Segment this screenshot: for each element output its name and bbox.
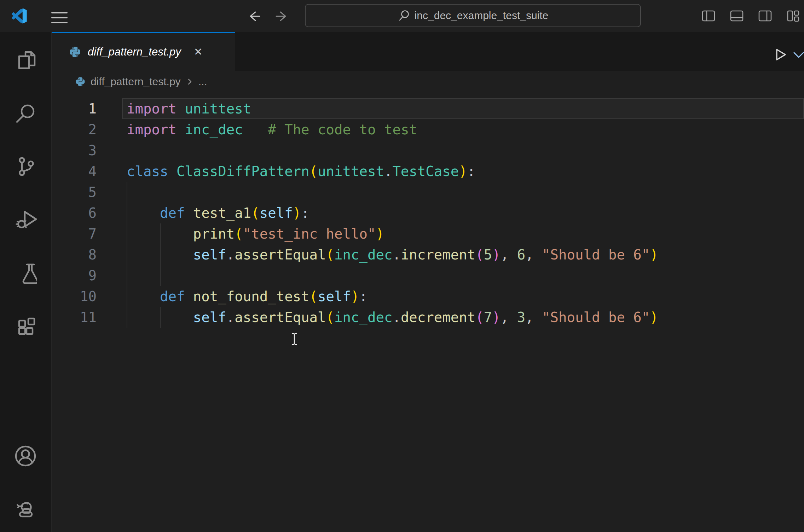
- line-number[interactable]: 6: [52, 203, 97, 223]
- vscode-window: inc_dec_example_test_suite: [0, 0, 804, 532]
- code-line[interactable]: 3: [52, 140, 804, 161]
- toggle-panel-button[interactable]: [730, 9, 744, 23]
- code-line[interactable]: 7 print("test_inc hello"): [52, 223, 804, 244]
- line-number[interactable]: 3: [52, 140, 97, 161]
- code-text: self.assertEqual(inc_dec.decrement(7), 3…: [97, 307, 658, 328]
- code-line[interactable]: 5: [52, 182, 804, 203]
- code-text: import unittest: [97, 98, 251, 119]
- arrow-left-icon: [247, 9, 261, 23]
- code-line[interactable]: 11 self.assertEqual(inc_dec.decrement(7)…: [52, 307, 804, 328]
- breadcrumb-file[interactable]: diff_pattern_test.py: [91, 76, 181, 88]
- code-text: def test_a1(self):: [97, 203, 310, 223]
- code-line[interactable]: 6 def test_a1(self):: [52, 203, 804, 223]
- python-file-icon: [75, 76, 86, 87]
- run-button[interactable]: [772, 46, 788, 63]
- title-bar: inc_dec_example_test_suite: [0, 0, 804, 32]
- line-number[interactable]: 7: [52, 223, 97, 244]
- tab-strip: diff_pattern_test.py ✕: [52, 32, 804, 71]
- text-cursor-pointer: [291, 332, 298, 346]
- code-text: print("test_inc hello"): [97, 223, 384, 244]
- toggle-secondary-sidebar-button[interactable]: [758, 9, 772, 23]
- search-icon: [398, 9, 410, 22]
- line-number[interactable]: 1: [52, 98, 97, 119]
- code-text: [97, 140, 127, 161]
- code-line[interactable]: 9: [52, 265, 804, 286]
- debug-icon: [14, 208, 37, 231]
- line-number[interactable]: 10: [52, 286, 97, 307]
- editor-group: diff_pattern_test.py ✕ diff_pattern_test…: [52, 32, 804, 532]
- code-text: def not_found_test(self):: [97, 286, 368, 307]
- sidebar-item-run-debug[interactable]: [14, 208, 37, 231]
- tab-diff-pattern-test[interactable]: diff_pattern_test.py ✕: [52, 32, 235, 71]
- code-text: import inc_dec # The code to test: [97, 119, 417, 140]
- line-number[interactable]: 5: [52, 182, 97, 203]
- sidebar-item-source-control[interactable]: [14, 155, 37, 178]
- arrow-right-icon: [275, 9, 289, 23]
- toggle-primary-sidebar-button[interactable]: [701, 9, 716, 23]
- code-editor[interactable]: 1import unittest2import inc_dec # The co…: [52, 96, 804, 532]
- python-file-icon: [69, 46, 81, 58]
- editor-actions: [772, 44, 804, 65]
- sidebar-item-explorer[interactable]: [14, 49, 37, 72]
- tab-label: diff_pattern_test.py: [88, 46, 181, 58]
- code-line[interactable]: 1import unittest: [52, 98, 804, 119]
- navigate-back-button[interactable]: [247, 9, 261, 23]
- command-center-search[interactable]: inc_dec_example_test_suite: [305, 4, 641, 27]
- code-line[interactable]: 10 def not_found_test(self):: [52, 286, 804, 307]
- code-text: class ClassDiffPattern(unittest.TestCase…: [97, 161, 475, 182]
- extensions-icon: [14, 314, 37, 337]
- customize-layout-button[interactable]: [786, 9, 800, 23]
- code-line[interactable]: 8 self.assertEqual(inc_dec.increment(5),…: [52, 244, 804, 265]
- line-number[interactable]: 4: [52, 161, 97, 182]
- account-icon: [14, 445, 37, 467]
- code-text: self.assertEqual(inc_dec.increment(5), 6…: [97, 244, 658, 265]
- layout-controls: [701, 9, 800, 23]
- sidebar-item-search[interactable]: [14, 103, 37, 125]
- activity-bar: [0, 32, 52, 532]
- beaker-icon: [14, 262, 37, 284]
- git-branch-icon: [14, 155, 37, 178]
- line-number[interactable]: 2: [52, 119, 97, 140]
- line-number[interactable]: 11: [52, 307, 97, 328]
- code-text: [97, 182, 127, 203]
- code-line[interactable]: 2import inc_dec # The code to test: [52, 119, 804, 140]
- run-dropdown-chevron-icon[interactable]: [793, 48, 804, 60]
- vscode-logo-icon: [12, 8, 27, 24]
- sidebar-item-testing[interactable]: [14, 262, 37, 284]
- sidebar-item-extensions[interactable]: [14, 314, 37, 337]
- code-text: [97, 265, 127, 286]
- chevron-right-icon: [186, 78, 193, 86]
- python-environment-button[interactable]: [14, 496, 37, 519]
- code-lines: 1import unittest2import inc_dec # The co…: [52, 98, 804, 328]
- account-button[interactable]: [14, 445, 37, 467]
- menu-hamburger-button[interactable]: [51, 8, 68, 27]
- snake-icon: [14, 496, 37, 519]
- files-icon: [14, 49, 37, 72]
- code-line[interactable]: 4class ClassDiffPattern(unittest.TestCas…: [52, 161, 804, 182]
- breadcrumb: diff_pattern_test.py ...: [52, 71, 804, 93]
- search-icon: [14, 103, 37, 125]
- breadcrumb-overflow[interactable]: ...: [198, 76, 207, 88]
- line-number[interactable]: 9: [52, 265, 97, 286]
- search-value: inc_dec_example_test_suite: [415, 10, 549, 22]
- tab-close-button[interactable]: ✕: [194, 47, 203, 57]
- line-number[interactable]: 8: [52, 244, 97, 265]
- navigate-forward-button[interactable]: [275, 9, 289, 23]
